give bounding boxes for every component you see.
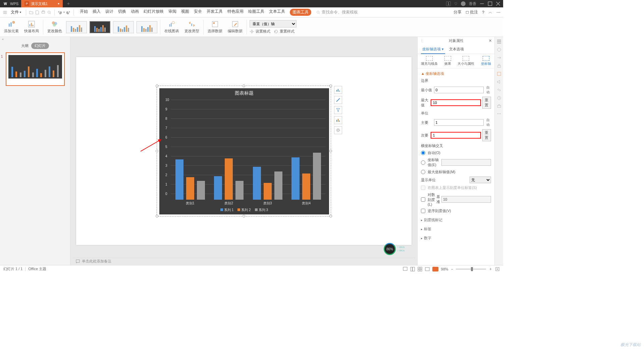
chart-settings-icon[interactable] — [334, 126, 342, 134]
size-props-button[interactable]: 大小与属性 — [458, 56, 474, 66]
command-search[interactable]: 查找命令、搜索模板 — [316, 9, 358, 16]
tab-slideshow[interactable]: 幻灯片放映 — [144, 9, 164, 16]
notification-badge[interactable]: 1 — [446, 1, 451, 6]
chart-fastchart-icon[interactable] — [334, 116, 342, 124]
chart-styles-icon[interactable] — [334, 96, 342, 104]
zoom-value[interactable]: 98% — [441, 267, 448, 271]
tab-transition[interactable]: 切换 — [118, 9, 126, 16]
close-panel-icon[interactable]: ✕ — [489, 39, 492, 43]
select-data-button[interactable]: 选择数据 — [206, 20, 224, 34]
username[interactable]: 香香 — [469, 1, 476, 6]
avatar[interactable] — [461, 1, 466, 6]
collapse-panel-icon[interactable]: « — [2, 38, 4, 40]
tab-drawing[interactable]: 绘图工具 — [248, 9, 264, 16]
zoom-slider[interactable] — [456, 268, 486, 270]
collapse-ribbon-icon[interactable]: ︿ — [488, 9, 492, 15]
slide-thumbnail-1[interactable]: 1 — [6, 52, 65, 86]
chart-element-select[interactable]: 垂直（值）轴 — [250, 20, 297, 28]
properties-strip-icon[interactable] — [496, 71, 502, 77]
log-scale-checkbox[interactable] — [421, 197, 425, 202]
tab-text[interactable]: 文本工具 — [269, 9, 285, 16]
minor-unit-input[interactable] — [431, 132, 481, 139]
chart-filter-icon[interactable] — [334, 106, 342, 114]
print-icon[interactable] — [41, 10, 46, 15]
slides-tab[interactable]: 幻灯片 — [31, 43, 49, 49]
tab-start[interactable]: 开始 — [80, 9, 88, 16]
max-value-input[interactable] — [431, 99, 481, 106]
tab-design[interactable]: 设计 — [105, 9, 113, 16]
annotate-button[interactable]: ◻ 批注 — [466, 9, 478, 15]
hamburger-icon[interactable] — [3, 10, 7, 15]
tick-marks-section[interactable]: 刻度线标记 — [421, 217, 491, 222]
undo-dropdown-icon[interactable]: ▾ — [63, 11, 65, 14]
tab-review[interactable]: 审阅 — [168, 9, 176, 16]
add-element-button[interactable]: + 添加元素 — [3, 20, 20, 34]
fill-line-button[interactable]: 填充与线条 — [421, 56, 438, 66]
file-tab[interactable]: P 演示文稿1 • — [21, 0, 63, 7]
help-icon[interactable]: ? — [482, 10, 484, 15]
speaker-icon[interactable] — [496, 79, 502, 85]
reverse-checkbox[interactable] — [421, 209, 425, 213]
lock-icon[interactable] — [496, 63, 502, 68]
print-preview-icon[interactable] — [47, 10, 52, 15]
slideshow-button[interactable] — [432, 267, 438, 271]
cross-auto-radio[interactable] — [421, 151, 425, 155]
tab-view[interactable]: 视图 — [181, 9, 189, 16]
tab-animation[interactable]: 动画 — [131, 9, 139, 16]
cross-value-radio[interactable] — [421, 160, 425, 165]
save-icon[interactable] — [35, 10, 40, 15]
toolbox-icon[interactable] — [496, 103, 502, 109]
chart-style-1[interactable] — [66, 21, 87, 33]
edit-data-button[interactable]: 编辑数据 — [226, 20, 244, 34]
outline-tab[interactable]: 大纲 — [21, 43, 29, 48]
performance-widget[interactable]: 86% ↑ 0K/s↓ 0K/s — [384, 243, 411, 255]
minimize-icon[interactable] — [480, 1, 484, 6]
link-icon[interactable] — [496, 87, 502, 93]
chart-selection[interactable]: 图表标题 012345678910 类别1类别2类别3类别4 系列 1 系列 2… — [157, 86, 331, 216]
panel-handle-icon[interactable]: ⋮ — [420, 39, 423, 43]
more-tools-icon[interactable]: ⋯ — [497, 111, 501, 116]
tab-chart[interactable]: 图表工具 — [290, 9, 311, 16]
tab-devtools[interactable]: 开发工具 — [207, 9, 223, 16]
new-tab-button[interactable]: ＋ — [63, 1, 74, 7]
reset-minor-button[interactable]: 重置 — [482, 129, 491, 141]
slide-canvas[interactable]: 图表标题 012345678910 类别1类别2类别3类别4 系列 1 系列 2… — [70, 37, 417, 265]
tab-insert[interactable]: 插入 — [93, 9, 101, 16]
chart-style-4[interactable] — [137, 21, 157, 33]
notes-bar[interactable]: 单击此处添加备注 — [72, 258, 415, 264]
tab-special[interactable]: 特色应用 — [227, 9, 244, 16]
chart-style-2-selected[interactable] — [90, 21, 110, 33]
history-icon[interactable] — [496, 95, 502, 101]
undo-icon[interactable] — [57, 10, 62, 15]
major-unit-input[interactable] — [434, 119, 484, 126]
text-options-tab[interactable]: 文本选项 — [446, 45, 467, 54]
chart-style-3[interactable] — [113, 21, 134, 33]
share-button[interactable]: 分享 — [453, 9, 462, 15]
chart-elements-icon[interactable] — [334, 86, 342, 94]
open-icon[interactable] — [29, 10, 34, 15]
reading-view-icon[interactable] — [425, 267, 430, 271]
file-menu[interactable]: 文件▾ — [9, 9, 23, 15]
maximize-icon[interactable] — [488, 1, 492, 6]
number-section[interactable]: 数字 — [421, 236, 491, 241]
quick-layout-button[interactable]: 快速布局 — [23, 20, 40, 34]
online-chart-button[interactable]: 在线图表 — [163, 20, 180, 34]
more-icon[interactable]: ⋯ — [496, 10, 500, 15]
notes-toggle-icon[interactable] — [403, 267, 408, 271]
change-colors-button[interactable]: 更改颜色 — [46, 20, 63, 34]
zoom-out-icon[interactable]: − — [451, 267, 453, 271]
style-icon[interactable] — [496, 47, 502, 52]
close-icon[interactable] — [496, 1, 500, 6]
min-value-input[interactable] — [434, 87, 484, 93]
axis-button[interactable]: 坐标轴 — [481, 56, 491, 66]
fit-icon[interactable] — [495, 267, 500, 271]
labels-section[interactable]: 标签 — [421, 227, 491, 232]
redo-icon[interactable] — [66, 10, 71, 15]
axis-options-section[interactable]: ▲ 坐标轴选项 — [421, 71, 491, 76]
normal-view-icon[interactable] — [410, 267, 415, 271]
tab-security[interactable]: 安全 — [194, 9, 202, 16]
reset-max-button[interactable]: 重置 — [482, 97, 491, 109]
display-unit-select[interactable]: 无 — [470, 177, 491, 183]
set-format-button[interactable]: 设置格式 — [250, 29, 270, 34]
effects-button[interactable]: 效果 — [444, 56, 451, 66]
